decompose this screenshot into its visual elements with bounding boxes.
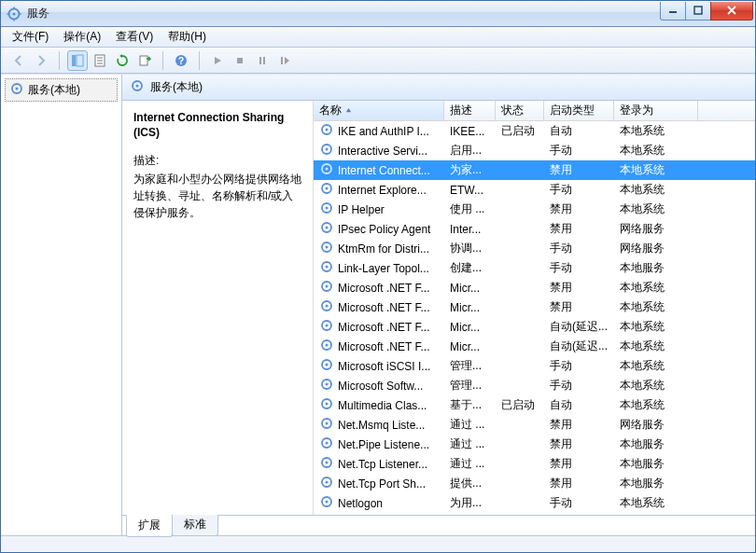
tree-root-item[interactable]: 服务(本地) — [5, 78, 118, 102]
toolbar: ? — [1, 48, 755, 74]
tab-extended[interactable]: 扩展 — [126, 515, 173, 537]
service-row[interactable]: Microsoft .NET F...Micr...禁用本地系统 — [314, 278, 755, 297]
service-row[interactable]: Interactive Servi...启用...手动本地系统 — [314, 141, 755, 160]
service-row[interactable]: Internet Connect...为家...禁用本地系统 — [314, 160, 755, 180]
menu-action[interactable]: 操作(A) — [56, 27, 108, 47]
column-desc[interactable]: 描述 — [444, 101, 496, 120]
start-service-button[interactable] — [207, 50, 228, 71]
cell-name: KtmRm for Distri... — [314, 240, 444, 257]
cell-logon: 本地系统 — [614, 123, 698, 139]
refresh-button[interactable] — [112, 50, 133, 71]
cell-name: Net.Tcp Port Sh... — [314, 475, 444, 492]
restart-service-button[interactable] — [274, 50, 295, 71]
gear-icon — [319, 142, 334, 159]
column-logon-label: 登录为 — [620, 103, 653, 118]
svg-point-44 — [326, 305, 329, 308]
service-row[interactable]: KtmRm for Distri...协调...手动网络服务 — [314, 239, 755, 258]
cell-logon: 网络服务 — [614, 241, 698, 256]
cell-logon: 本地系统 — [614, 358, 698, 374]
service-row[interactable]: Net.Tcp Port Sh...提供...禁用本地服务 — [314, 474, 755, 493]
svg-rect-17 — [237, 58, 243, 63]
cell-desc: Micr... — [444, 340, 496, 353]
header-strip: 服务(本地) — [122, 75, 755, 101]
back-button[interactable] — [8, 50, 29, 71]
cell-desc: 为用... — [444, 495, 496, 511]
service-row[interactable]: Net.Pipe Listene...通过 ...禁用本地服务 — [314, 435, 755, 454]
cell-desc: 为家... — [444, 162, 496, 178]
column-state[interactable]: 状态 — [496, 101, 544, 120]
cell-desc: 通过 ... — [444, 436, 496, 452]
window-title: 服务 — [27, 6, 661, 21]
cell-name: Multimedia Clas... — [314, 396, 444, 414]
svg-point-52 — [326, 383, 329, 386]
menubar: 文件(F) 操作(A) 查看(V) 帮助(H) — [1, 27, 755, 48]
export-button[interactable] — [134, 50, 155, 71]
column-logon[interactable]: 登录为 — [614, 101, 698, 120]
svg-rect-9 — [77, 55, 83, 66]
titlebar: 服务 — [1, 1, 755, 27]
menu-file[interactable]: 文件(F) — [5, 27, 56, 47]
cell-desc: 使用 ... — [444, 201, 496, 217]
cell-logon: 本地系统 — [614, 299, 698, 315]
stop-service-button[interactable] — [230, 50, 250, 71]
cell-start: 禁用 — [544, 299, 614, 315]
close-button[interactable] — [710, 2, 753, 21]
cell-logon: 本地系统 — [614, 378, 698, 394]
service-row[interactable]: Net.Tcp Listener...通过 ...禁用本地服务 — [314, 454, 755, 474]
svg-point-34 — [326, 207, 329, 210]
gear-icon — [319, 377, 334, 394]
service-row[interactable]: Net.Msmq Liste...通过 ...禁用网络服务 — [314, 415, 755, 435]
cell-name: Microsoft .NET F... — [314, 279, 444, 297]
maximize-button[interactable] — [685, 2, 711, 21]
service-row[interactable]: Microsoft iSCSI I...管理...手动本地系统 — [314, 356, 755, 376]
svg-rect-14 — [140, 56, 147, 65]
cell-logon: 本地服务 — [614, 476, 698, 491]
menu-help[interactable]: 帮助(H) — [161, 27, 214, 47]
cell-logon: 本地服务 — [614, 456, 698, 472]
service-row[interactable]: IPsec Policy AgentInter...禁用网络服务 — [314, 219, 755, 239]
services-window: 服务 文件(F) 操作(A) 查看(V) 帮助(H) ? — [0, 0, 756, 553]
service-row[interactable]: Microsoft .NET F...Micr...自动(延迟...本地系统 — [314, 337, 755, 356]
svg-point-40 — [326, 266, 329, 269]
cell-desc: Micr... — [444, 301, 496, 314]
cell-logon: 本地系统 — [614, 339, 698, 354]
tab-standard[interactable]: 标准 — [172, 515, 218, 536]
service-row[interactable]: Multimedia Clas...基于...已启动自动本地系统 — [314, 395, 755, 415]
cell-name: Microsoft .NET F... — [314, 338, 444, 355]
cell-start: 手动 — [544, 260, 614, 276]
column-start[interactable]: 启动类型 — [544, 101, 614, 120]
cell-start: 自动(延迟... — [544, 339, 614, 354]
menu-view[interactable]: 查看(V) — [108, 27, 161, 47]
svg-point-46 — [326, 325, 329, 327]
svg-rect-6 — [669, 11, 677, 13]
cell-start: 禁用 — [544, 417, 614, 433]
cell-desc: 管理... — [444, 358, 496, 374]
cell-name: Internet Explore... — [314, 181, 444, 199]
pause-service-button[interactable] — [252, 50, 273, 71]
service-row[interactable]: Microsoft .NET F...Micr...禁用本地系统 — [314, 297, 755, 317]
column-name[interactable]: 名称 — [314, 101, 444, 120]
show-tree-button[interactable] — [67, 50, 88, 71]
minimize-button[interactable] — [660, 2, 686, 21]
cell-desc: Micr... — [444, 321, 496, 334]
forward-button[interactable] — [31, 50, 51, 71]
svg-point-62 — [326, 481, 329, 484]
service-row[interactable]: Internet Explore...ETW...手动本地系统 — [314, 180, 755, 200]
cell-start: 手动 — [544, 182, 614, 198]
cell-start: 自动 — [544, 123, 614, 139]
svg-point-38 — [326, 246, 329, 249]
svg-point-22 — [16, 88, 19, 90]
service-row[interactable]: IP Helper使用 ...禁用本地系统 — [314, 200, 755, 219]
detail-desc: 为家庭和小型办公网络提供网络地址转换、寻址、名称解析和/或入侵保护服务。 — [133, 171, 301, 221]
svg-point-24 — [136, 85, 139, 88]
svg-point-32 — [326, 187, 329, 190]
service-row[interactable]: Netlogon为用...手动本地系统 — [314, 493, 755, 513]
service-row[interactable]: Microsoft Softw...管理...手动本地系统 — [314, 376, 755, 395]
detail-pane: Internet Connection Sharing (ICS) 描述: 为家… — [122, 101, 314, 515]
svg-point-28 — [326, 148, 329, 151]
service-row[interactable]: IKE and AuthIP I...IKEE...已启动自动本地系统 — [314, 121, 755, 141]
service-row[interactable]: Microsoft .NET F...Micr...自动(延迟...本地系统 — [314, 317, 755, 337]
service-row[interactable]: Link-Layer Topol...创建...手动本地服务 — [314, 258, 755, 278]
help-button[interactable]: ? — [171, 50, 191, 71]
properties-button[interactable] — [90, 50, 110, 71]
